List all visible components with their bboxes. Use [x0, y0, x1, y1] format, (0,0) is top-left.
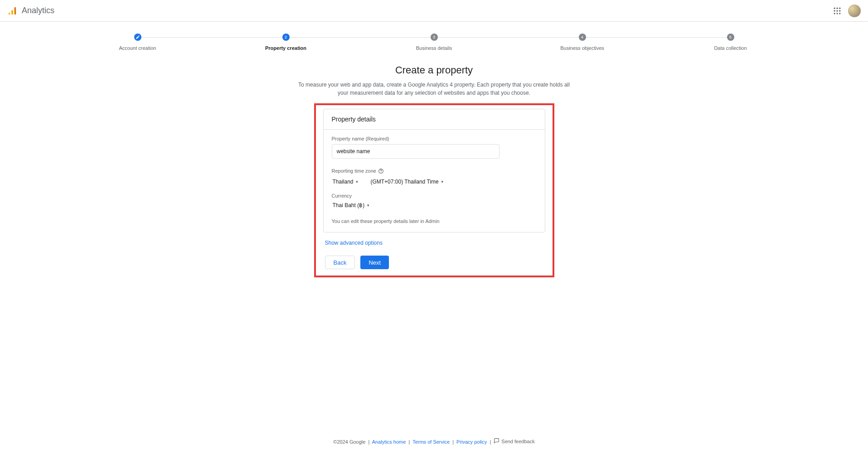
svg-point-5 — [839, 7, 840, 9]
page-title: Create a property — [0, 64, 868, 76]
step-label: Property creation — [265, 45, 306, 51]
svg-point-13 — [381, 172, 382, 172]
footer: ©2024 Google | Analytics home | Terms of… — [0, 432, 868, 450]
timezone-dropdowns: Thailand ▼ (GMT+07:00) Thailand Time ▼ — [332, 177, 537, 187]
timezone-country-dropdown[interactable]: Thailand ▼ — [332, 177, 360, 187]
apps-menu-icon[interactable] — [832, 5, 843, 16]
analytics-logo-icon — [7, 6, 17, 16]
button-row: Back Next — [323, 256, 545, 269]
timezone-country-value: Thailand — [333, 179, 354, 185]
step-label: Business details — [416, 45, 452, 51]
step-label: Account creation — [119, 45, 156, 51]
edit-later-note: You can edit these property details late… — [332, 218, 537, 224]
show-advanced-options-link[interactable]: Show advanced options — [323, 240, 383, 246]
svg-point-7 — [836, 10, 838, 11]
svg-point-4 — [836, 7, 838, 9]
property-details-card: Property details Property name (Required… — [323, 109, 545, 232]
svg-rect-2 — [15, 7, 16, 15]
property-name-field: Property name (Required) — [332, 136, 537, 159]
property-name-input[interactable] — [332, 144, 499, 159]
header-right — [832, 5, 861, 17]
header-left: Analytics — [7, 6, 54, 16]
chevron-down-icon: ▼ — [441, 180, 444, 184]
card-header: Property details — [324, 109, 545, 130]
svg-point-8 — [839, 10, 840, 11]
step-business-details[interactable]: 3 Business details — [360, 34, 508, 51]
currency-dropdown[interactable]: Thai Baht (฿) ▼ — [332, 200, 371, 210]
app-header: Analytics — [0, 0, 868, 22]
svg-point-9 — [834, 13, 835, 14]
card-body: Property name (Required) Reporting time … — [324, 130, 545, 232]
separator: | — [408, 439, 410, 445]
stepper: Account creation 2 Property creation 3 B… — [0, 22, 868, 56]
svg-point-11 — [839, 13, 840, 14]
highlight-box: Property details Property name (Required… — [314, 103, 554, 277]
timezone-label-text: Reporting time zone — [332, 168, 376, 174]
privacy-link[interactable]: Privacy policy — [456, 439, 487, 445]
currency-value: Thai Baht (฿) — [333, 202, 365, 208]
feedback-text: Send feedback — [501, 439, 534, 444]
currency-field: Currency Thai Baht (฿) ▼ — [332, 193, 537, 210]
timezone-label: Reporting time zone — [332, 168, 537, 174]
step-done-icon — [134, 34, 141, 41]
svg-point-6 — [834, 10, 835, 11]
chevron-down-icon: ▼ — [366, 203, 370, 208]
app-title: Analytics — [22, 6, 54, 15]
svg-rect-1 — [11, 10, 13, 15]
step-data-collection[interactable]: 5 Data collection — [656, 34, 805, 51]
timezone-offset-value: (GMT+07:00) Thailand Time — [370, 179, 438, 185]
user-avatar[interactable] — [848, 5, 861, 17]
chevron-down-icon: ▼ — [355, 180, 359, 184]
copyright-text: ©2024 Google — [333, 439, 365, 445]
back-button[interactable]: Back — [325, 256, 355, 269]
help-icon[interactable] — [378, 168, 384, 174]
page-subtitle: To measure your web and app data, create… — [298, 81, 570, 97]
svg-point-10 — [836, 13, 838, 14]
timezone-offset-dropdown[interactable]: (GMT+07:00) Thailand Time ▼ — [369, 177, 445, 187]
step-property-creation[interactable]: 2 Property creation — [212, 34, 360, 51]
analytics-home-link[interactable]: Analytics home — [372, 439, 406, 445]
step-pending-icon: 3 — [431, 34, 438, 41]
feedback-icon — [494, 438, 499, 445]
svg-rect-0 — [9, 12, 10, 15]
main-content: Create a property To measure your web an… — [0, 56, 868, 432]
step-pending-icon: 4 — [579, 34, 586, 41]
step-pending-icon: 5 — [727, 34, 734, 41]
separator: | — [452, 439, 454, 445]
currency-label: Currency — [332, 193, 537, 198]
terms-link[interactable]: Terms of Service — [412, 439, 450, 445]
step-business-objectives[interactable]: 4 Business objectives — [508, 34, 656, 51]
step-account-creation[interactable]: Account creation — [63, 34, 212, 51]
property-name-label: Property name (Required) — [332, 136, 537, 141]
separator: | — [368, 439, 369, 445]
step-active-icon: 2 — [282, 34, 290, 41]
svg-point-3 — [834, 7, 835, 9]
timezone-field: Reporting time zone Thailand ▼ — [332, 168, 537, 187]
step-label: Data collection — [714, 45, 747, 51]
step-label: Business objectives — [560, 45, 604, 51]
separator: | — [490, 439, 491, 445]
next-button[interactable]: Next — [360, 256, 389, 269]
send-feedback-link[interactable]: Send feedback — [494, 438, 534, 445]
